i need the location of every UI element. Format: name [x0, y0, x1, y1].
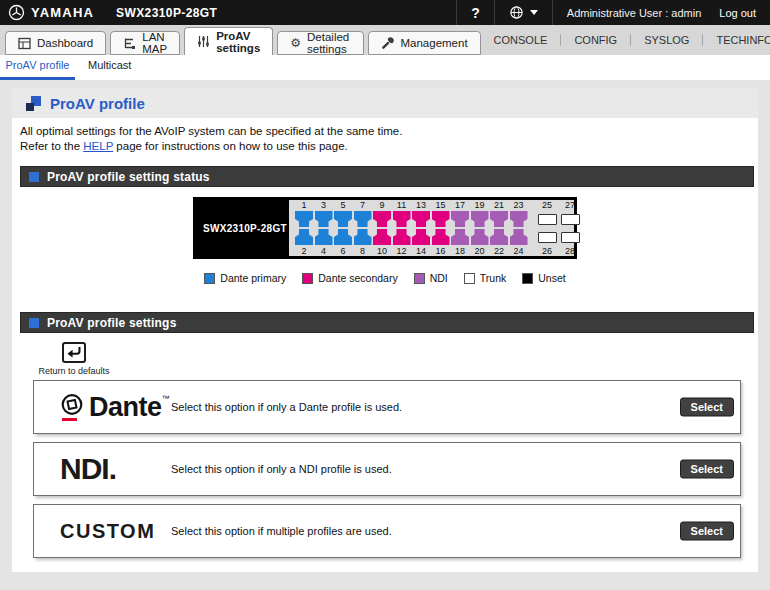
- port-4: [315, 229, 333, 245]
- legend-item: NDI: [414, 272, 448, 284]
- port-grid: 1234567891011121314151617181920212223242…: [289, 200, 574, 256]
- port-column: 1112: [393, 200, 411, 256]
- subtab-proav-profile[interactable]: ProAV profile: [0, 59, 75, 71]
- port-number-17: 17: [455, 200, 465, 210]
- top-toolbar-links: CONSOLE CONFIG SYSLOG TECHINFO: [481, 25, 770, 55]
- port-14: [412, 229, 430, 245]
- custom-logo: CUSTOM: [60, 519, 155, 543]
- port-number-18: 18: [455, 246, 465, 256]
- sfp-port-group: 25262728: [536, 200, 582, 256]
- description-line2: Refer to the HELP page for instructions …: [20, 139, 402, 154]
- port-5: [334, 211, 352, 227]
- port-number-22: 22: [494, 246, 504, 256]
- return-to-defaults-button[interactable]: Return to defaults: [36, 342, 112, 376]
- select-custom-button[interactable]: Select: [680, 522, 734, 541]
- port-8: [354, 229, 372, 245]
- port-number-9: 9: [379, 200, 384, 210]
- main-tab-bar: Dashboard LAN MAP ProAV settings ⚙ Detai…: [0, 25, 770, 55]
- switch-device-label: SWX2310P-28GT: [203, 223, 287, 234]
- port-column: 910: [373, 200, 391, 256]
- port-number-24: 24: [513, 246, 523, 256]
- legend-item: Dante secondary: [302, 272, 397, 284]
- tab-detailed-settings[interactable]: ⚙ Detailed settings: [277, 31, 364, 55]
- port-number-5: 5: [340, 200, 345, 210]
- port-7: [354, 211, 372, 227]
- port-number-20: 20: [474, 246, 484, 256]
- port-number-6: 6: [340, 246, 345, 256]
- content-panel: ProAV profile All optimal settings for t…: [12, 88, 758, 572]
- tab-lan-map[interactable]: LAN MAP: [110, 31, 180, 55]
- port-number-15: 15: [435, 200, 445, 210]
- logout-button[interactable]: Log out: [719, 7, 756, 19]
- port-number-7: 7: [360, 200, 365, 210]
- port-number-11: 11: [397, 200, 406, 210]
- port-22: [490, 229, 508, 245]
- port-number-23: 23: [513, 200, 523, 210]
- port-number-25: 25: [542, 200, 552, 210]
- port-9: [373, 211, 391, 227]
- page-title-band: ProAV profile: [12, 88, 758, 118]
- techinfo-link[interactable]: TECHINFO: [702, 34, 770, 46]
- tab-label: Dashboard: [37, 37, 93, 49]
- brand-wordmark: YAMAHA: [31, 5, 94, 20]
- port-number-19: 19: [474, 200, 484, 210]
- section-bullet-icon: [29, 172, 39, 182]
- description-line1: All optimal settings for the AVoIP syste…: [20, 124, 402, 139]
- profile-option-dante: Dante ™ Select this option if only a Dan…: [33, 380, 741, 434]
- legend-item: Trunk: [464, 272, 506, 284]
- legend-swatch-dante-secondary: [302, 273, 313, 284]
- port-column: 56: [334, 200, 352, 256]
- option-description: Select this option if multiple profiles …: [171, 525, 392, 537]
- chevron-down-icon: [530, 10, 538, 15]
- port-23: [510, 211, 528, 227]
- legend-item: Unset: [522, 272, 565, 284]
- syslog-link[interactable]: SYSLOG: [630, 34, 702, 46]
- option-description: Select this option if only a Dante profi…: [171, 401, 402, 413]
- select-ndi-button[interactable]: Select: [680, 460, 734, 479]
- port-column: 12: [295, 200, 313, 256]
- port-column: 2324: [510, 200, 528, 256]
- help-link[interactable]: HELP: [83, 140, 113, 152]
- port-24: [510, 229, 528, 245]
- subtab-multicast[interactable]: Multicast: [88, 59, 131, 71]
- port-25: [538, 214, 557, 225]
- help-question-label[interactable]: ?: [471, 5, 480, 21]
- app-window: YAMAHA SWX2310P-28GT ? Administrative Us…: [0, 0, 770, 590]
- yamaha-logo-icon: [8, 4, 25, 21]
- lan-map-icon: [123, 37, 136, 50]
- port-number-21: 21: [494, 200, 504, 210]
- select-dante-button[interactable]: Select: [680, 398, 734, 417]
- console-link[interactable]: CONSOLE: [481, 34, 561, 46]
- port-6: [334, 229, 352, 245]
- tab-management[interactable]: Management: [368, 31, 480, 55]
- dashboard-icon: [18, 37, 31, 50]
- port-legend: Dante primary Dante secondary NDI Trunk …: [12, 272, 758, 284]
- port-26: [538, 232, 557, 243]
- port-column: 1314: [412, 200, 430, 256]
- legend-swatch-unset: [522, 273, 533, 284]
- port-number-3: 3: [321, 200, 326, 210]
- port-number-4: 4: [321, 246, 326, 256]
- tab-dashboard[interactable]: Dashboard: [5, 31, 106, 55]
- profile-option-ndi: NDI. Select this option if only a NDI pr…: [33, 442, 741, 496]
- port-number-27: 27: [565, 200, 575, 210]
- return-to-defaults-icon[interactable]: [62, 342, 86, 363]
- port-28: [561, 232, 580, 243]
- wrench-icon: [381, 37, 394, 50]
- option-description: Select this option if only a NDI profile…: [171, 463, 392, 475]
- port-1: [295, 211, 313, 227]
- port-column: 1516: [432, 200, 450, 256]
- port-10: [373, 229, 391, 245]
- port-17: [451, 211, 469, 227]
- config-link[interactable]: CONFIG: [560, 34, 630, 46]
- legend-swatch-trunk: [464, 273, 475, 284]
- help-button[interactable]: ?: [456, 0, 494, 25]
- page-description: All optimal settings for the AVoIP syste…: [20, 124, 402, 154]
- language-selector[interactable]: [494, 0, 552, 25]
- port-number-26: 26: [542, 246, 552, 256]
- status-section-header: ProAV profile setting status: [20, 166, 754, 187]
- port-27: [561, 214, 580, 225]
- settings-section-title: ProAV profile settings: [47, 316, 177, 330]
- port-18: [451, 229, 469, 245]
- tab-proav-settings[interactable]: ProAV settings: [184, 27, 273, 55]
